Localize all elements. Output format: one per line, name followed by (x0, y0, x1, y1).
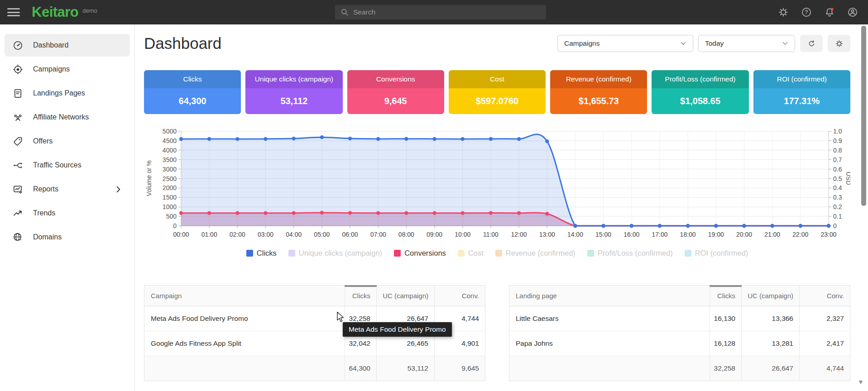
sidebar-item-trends[interactable]: Trends (5, 202, 130, 224)
column-header-uc-campaign[interactable]: UC (campaign) (377, 286, 435, 306)
people-group-icon (13, 112, 23, 123)
group-filter-select[interactable]: Campaigns (557, 35, 693, 52)
svg-text:15:00: 15:00 (595, 231, 611, 238)
stat-card-value: $597.0760 (449, 88, 546, 114)
column-header-clicks[interactable]: Clicks (345, 286, 377, 306)
column-header-clicks[interactable]: Clicks (710, 286, 742, 306)
sidebar-item-reports[interactable]: Reports (5, 178, 130, 200)
stat-card-label: Revenue (confirmed) (550, 70, 647, 88)
svg-text:20:00: 20:00 (736, 231, 752, 238)
document-icon (13, 88, 23, 99)
totals-clicks: 32,258 (710, 356, 742, 381)
brand[interactable]: Keitaro demo (32, 4, 97, 20)
sort-indicator (345, 285, 377, 287)
svg-text:22:00: 22:00 (792, 231, 808, 238)
sidebar-item-landings-pages[interactable]: Landings Pages (5, 82, 130, 105)
totals-conv: 9,645 (435, 356, 485, 381)
svg-text:00:00: 00:00 (173, 231, 189, 238)
report-chart-icon (13, 184, 23, 195)
svg-text:01:00: 01:00 (201, 231, 217, 238)
svg-text:13:00: 13:00 (539, 231, 555, 238)
dashboard-gauge-icon (13, 40, 23, 51)
sidebar-item-label: Traffic Sources (33, 161, 82, 169)
chevron-right-icon (113, 184, 124, 195)
legend-label: Clicks (257, 249, 277, 257)
notifications-bell-icon[interactable] (824, 7, 835, 18)
dashboard-settings-button[interactable] (828, 35, 850, 52)
svg-text:0.8: 0.8 (833, 147, 842, 154)
legend-label: Conversions (404, 249, 446, 257)
scrollbar-down-arrow[interactable]: ▼ (858, 378, 864, 386)
legend-item-unique-clicks[interactable]: Unique clicks (campaign) (288, 249, 382, 257)
sidebar-item-domains[interactable]: Domains (5, 226, 130, 248)
column-header-landing-page[interactable]: Landing page (509, 286, 710, 306)
svg-text:18:00: 18:00 (680, 231, 696, 238)
campaign-name[interactable]: Meta Ads Food Delivery Promo (144, 306, 345, 331)
svg-text:500: 500 (166, 213, 177, 220)
sidebar-item-affiliate-networks[interactable]: Affiliate Networks (5, 106, 130, 129)
svg-text:14:00: 14:00 (567, 231, 583, 238)
svg-text:0: 0 (173, 222, 177, 229)
column-header-campaign[interactable]: Campaign (144, 286, 345, 306)
sidebar-item-traffic-sources[interactable]: Traffic Sources (5, 154, 130, 176)
gear-icon[interactable] (778, 7, 789, 18)
column-header-conv[interactable]: Conv. (800, 286, 850, 306)
account-icon[interactable] (847, 7, 858, 18)
help-icon[interactable]: ? (801, 7, 812, 18)
legend-item-roi[interactable]: ROI (confirmed) (685, 249, 748, 257)
sidebar: Dashboard Campaigns Landings Pages Affil… (0, 24, 135, 391)
svg-text:Volume or %: Volume or % (145, 160, 153, 196)
legend-label: Cost (468, 249, 484, 257)
stat-card-profit-loss: Profit/Loss (confirmed) $1,058.65 (652, 70, 748, 114)
landing-name[interactable]: Papa Johns (509, 331, 710, 356)
svg-text:1.0: 1.0 (833, 128, 842, 135)
svg-text:0.5: 0.5 (833, 175, 842, 182)
hamburger-menu-icon[interactable] (7, 6, 20, 19)
column-header-conv[interactable]: Conv. (435, 286, 485, 306)
refresh-button[interactable] (800, 35, 823, 52)
totals-uc: 26,647 (742, 356, 800, 381)
stat-card-conversions: Conversions 9,645 (347, 70, 444, 114)
column-header-uc-campaign[interactable]: UC (campaign) (742, 286, 800, 306)
campaign-name[interactable]: Google Ads Fitness App Split (144, 331, 345, 356)
svg-text:1500: 1500 (163, 194, 177, 201)
search-box[interactable] (335, 5, 546, 19)
table-row[interactable]: Papa Johns 16,128 13,281 2,417 (509, 331, 850, 356)
vertical-scrollbar-thumb[interactable] (861, 26, 866, 206)
sidebar-item-offers[interactable]: Offers (5, 130, 130, 153)
svg-text:0: 0 (833, 222, 837, 229)
legend-item-cost[interactable]: Cost (458, 249, 484, 257)
svg-text:0.9: 0.9 (833, 137, 842, 144)
stat-card-value: 9,645 (347, 88, 444, 114)
svg-text:4000: 4000 (163, 147, 177, 154)
legend-item-profit-loss[interactable]: Profit/Loss (confirmed) (587, 249, 673, 257)
cell-clicks: 16,130 (710, 306, 742, 331)
svg-text:05:00: 05:00 (314, 231, 330, 238)
stat-card-value: $1,058.65 (652, 88, 748, 114)
table-row[interactable]: Little Caesars 16,130 13,366 2,327 (509, 306, 850, 331)
group-filter-value: Campaigns (564, 39, 599, 48)
sidebar-item-dashboard[interactable]: Dashboard (5, 34, 130, 57)
cell-uc: 13,281 (742, 331, 800, 356)
sidebar-item-campaigns[interactable]: Campaigns (5, 58, 130, 81)
date-range-select[interactable]: Today (698, 35, 795, 52)
legend-item-clicks[interactable]: Clicks (246, 249, 277, 257)
main-content: Dashboard Campaigns Today (144, 24, 850, 381)
search-input[interactable] (353, 8, 542, 16)
notification-dot (831, 8, 834, 10)
stat-card-value: 64,300 (144, 88, 241, 114)
hover-tooltip: Meta Ads Food Delivery Promo (343, 322, 452, 337)
legend-item-conversions[interactable]: Conversions (394, 249, 446, 257)
totals-row: 64,300 53,112 9,645 (144, 356, 485, 381)
stat-card-label: Profit/Loss (confirmed) (652, 70, 748, 88)
svg-text:USD: USD (845, 172, 850, 185)
totals-empty-cell (509, 356, 710, 381)
landing-name[interactable]: Little Caesars (509, 306, 710, 331)
trending-up-icon (13, 208, 23, 219)
sidebar-item-label: Trends (33, 209, 55, 217)
stat-cards-row: Clicks 64,300 Unique clicks (campaign) 5… (144, 70, 850, 114)
legend-item-revenue[interactable]: Revenue (confirmed) (495, 249, 575, 257)
legend-label: Unique clicks (campaign) (299, 249, 382, 257)
column-header-label: Clicks (352, 292, 370, 300)
svg-text:1000: 1000 (163, 203, 177, 210)
